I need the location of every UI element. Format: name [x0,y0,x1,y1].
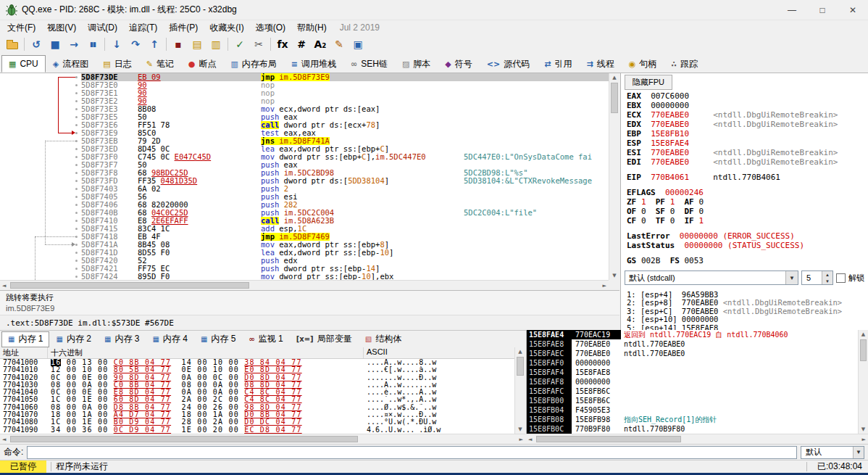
dump-row[interactable]: 7704107018 00 1A 00 A4 D7 04 77 18 00 1A… [0,411,514,418]
stack-row[interactable]: 15E8FB0015E8FB6C [527,396,858,405]
bottom-tab-memory-5[interactable]: ▦内存 5 [194,331,242,347]
scissors-icon[interactable]: ✂ [249,36,268,53]
dump-horizontal-scrollbar[interactable]: ◄ ► [0,434,525,444]
register-ecx[interactable]: ECX 770EABE0 <ntdll.DbgUiRemoteBreakin> [627,110,867,120]
disasm-row[interactable]: 5D8F73FDFF35 0481D35Dpush dword ptr ds:[… [81,177,609,185]
bottom-tab-struct[interactable]: ▧结构体 [359,331,408,347]
unlock-checkbox-group[interactable]: 解锁 [836,273,864,284]
command-profile-select[interactable]: 默认 ▼ [801,446,864,459]
register-esi[interactable]: ESI 770EABE0 <ntdll.DbgUiRemoteBreakin> [627,148,867,157]
stop-icon[interactable]: ■ [46,36,64,53]
chevron-down-icon[interactable]: ▼ [785,271,798,284]
stack-vertical-scrollbar[interactable]: ▲ ▼ [858,330,868,434]
argument-row[interactable]: 5: [esp+14] 15E8FAE8 [627,324,867,330]
stack-row[interactable]: 15E8FAEC770EABE0ntdll.770EABE0 [527,349,858,358]
disasm-row[interactable]: 5D8F741A8B45 08mov eax,dword ptr ss:[ebp… [81,241,609,249]
dump-row[interactable]: 7704100016 00 13 00 C0 8B 04 77 14 00 10… [0,359,514,366]
dump-vertical-scrollbar[interactable]: ▲ ▼ [514,347,525,434]
disasm-row[interactable]: 5D8F740B68 04C0C25Dpush im.5DC2C0045DC2C… [81,209,609,217]
stack-row[interactable]: 15E8FAF415E8FAE8 [527,368,858,377]
menu-item-2[interactable]: 调试(D) [82,20,123,36]
dump-row[interactable]: 770410200C 00 0E 00 90 8D 04 77 0A 00 0C… [0,374,514,381]
stack-row[interactable]: 15E8FB0815E8FB98指向SEH_Record[1]的指针 [527,415,858,424]
stack-horizontal-scrollbar[interactable]: ◄ ► [526,434,868,444]
register-edx[interactable]: EDX 770EABE0 <ntdll.DbgUiRemoteBreakin> [627,120,867,129]
flags-row[interactable]: CF 0 TF 0 IF 1 [627,216,867,226]
fx-icon[interactable]: fx [273,36,292,53]
check-icon[interactable]: ✓ [230,36,249,53]
argument-count-stepper[interactable]: 5 ▲▼ [801,270,833,285]
unlock-checkbox[interactable] [836,273,846,283]
stack-row[interactable]: 15E8FAE8770EABE0ntdll.770EABE0 [527,339,858,349]
tab-script[interactable]: ▨脚本 [395,55,438,73]
animate-icon[interactable]: ▪ [169,36,188,53]
dump-row[interactable]: 770410501C 00 1E 00 60 8D 04 77 2A 00 2C… [0,396,514,403]
disassembly-horizontal-scrollbar[interactable]: ◄ ► [0,280,609,290]
disasm-row[interactable]: 5D8F73E550push eax [81,113,609,121]
stack-row[interactable]: 15E8FB04F45905E3 [527,405,858,415]
step-into-icon[interactable]: ↓ [107,36,126,53]
calling-convention-select[interactable]: 默认 (stdcall) ▼ [625,270,798,285]
disasm-row[interactable]: 5D8F73F868 98BDC25Dpush im.5DC2BD985DC2B… [81,169,609,177]
trace-log-icon[interactable]: ▤ [188,36,206,53]
tab-seh[interactable]: ∞SEH链 [343,55,395,73]
brush-icon[interactable]: ✎ [330,36,349,53]
disasm-row[interactable]: 5D8F741583C4 1Cadd esp,1C [81,225,609,233]
disasm-row[interactable]: 5D8F73E190nop [81,89,609,97]
hash-icon[interactable]: # [292,36,311,53]
stack-row[interactable]: 15E8FAF800000000 [527,377,858,387]
disasm-row[interactable]: 5D8F73E090nop [81,81,609,89]
minimize-button[interactable]: — [777,0,807,20]
hide-fpu-button[interactable]: 隐藏FPU [625,75,672,90]
flags-row[interactable]: GS 002B FS 0053 [627,256,867,265]
disasm-row[interactable]: 5D8F742052push edx [81,257,609,265]
snapshot-icon[interactable]: ▥ [206,36,225,53]
register-ebx[interactable]: EBX 00000000 [627,101,867,110]
disasm-row[interactable]: 5D8F73F750push eax [81,161,609,169]
tab-symbols[interactable]: ◆符号 [438,55,479,73]
dump-row[interactable]: 7704101012 00 10 00 80 5B 04 77 0E 00 10… [0,366,514,373]
stack-panel[interactable]: 15E8FAE4770EAC19返回到 ntdll.770EAC19 自 ntd… [526,330,858,434]
argument-row[interactable]: 1: [esp+4] 96A59BB3 [627,291,867,299]
disassembly-panel[interactable]: 5D8F73DEEB 09jmp im.5D8F73E95D8F73E090no… [0,73,609,280]
bottom-tab-memory-3[interactable]: ▦内存 3 [98,331,146,347]
tab-memory-map[interactable]: ▥内存布局 [223,55,283,73]
monitor-icon[interactable]: ▣ [349,36,367,53]
disasm-row[interactable]: 5D8F73DEEB 09jmp im.5D8F73E9 [81,73,609,81]
run-to-return-icon[interactable]: ↑ [145,36,164,53]
disasm-row[interactable]: 5D8F73F0C745 0C E047C45Dmov dword ptr ss… [81,153,609,161]
menu-item-4[interactable]: 插件(P) [163,20,204,36]
register-esp[interactable]: ESP 15E8FAE4 [627,139,867,148]
chevron-down-icon[interactable]: ▼ [853,447,864,458]
dump-row[interactable]: 7704106008 00 0A 00 D8 8B 04 77 24 00 26… [0,404,514,411]
register-laststatus[interactable]: LastStatus 00000000 (STATUS_SUCCESS) [627,241,867,250]
bottom-tab-memory-2[interactable]: ▦内存 2 [49,331,97,347]
disasm-row[interactable]: 5D8F73EB79 2Djns im.5D8F741A [81,137,609,145]
step-over-icon[interactable]: ↷ [126,36,145,53]
disasm-row[interactable]: 5D8F7418EB 4Fjmp im.5D8F7469 [81,233,609,241]
dump-row[interactable]: 7704109034 00 36 00 0C D9 04 77 1E 00 20… [0,426,514,434]
menu-item-6[interactable]: 选项(O) [250,20,291,36]
disasm-row[interactable]: 5D8F73E290nop [81,97,609,105]
disasm-row[interactable]: 5D8F7410E8 2E6EFAFFcall im.5D8A623B [81,217,609,225]
run-icon[interactable]: → [64,36,83,53]
bottom-tab-memory-1[interactable]: ▦内存 1 [1,331,49,347]
dump-row[interactable]: 770410801C 00 1E 00 B0 D9 04 77 28 00 2A… [0,418,514,426]
bottom-tab-watch[interactable]: ∞监视 1 [242,331,289,347]
tab-trace[interactable]: ∴跟踪 [664,55,705,73]
argument-row[interactable]: 2: [esp+8] 770EABE0 <ntdll.DbgUiRemoteBr… [627,299,867,307]
stack-row[interactable]: 15E8FAE4770EAC19返回到 ntdll.770EAC19 自 ntd… [527,330,858,339]
disasm-row[interactable]: 5D8F7424895D F0mov dword ptr ss:[ebp-10]… [81,273,609,280]
disasm-row[interactable]: 5D8F741D8D55 F0lea edx,dword ptr ss:[ebp… [81,249,609,257]
register-ebp[interactable]: EBP 15E8FB10 [627,129,867,139]
stack-row[interactable]: 15E8FAFC15E8FB6C [527,387,858,396]
menu-item-3[interactable]: 追踪(T) [123,20,163,36]
flags-row[interactable]: OF 0 SF 0 DF 0 [627,207,867,216]
argument-row[interactable]: 4: [esp+10] 00000000 [627,315,867,323]
maximize-button[interactable]: □ [807,0,838,20]
register-eip[interactable]: EIP 770B4061 ntdll.770B4061 [627,173,867,182]
tab-threads[interactable]: ⇉线程 [579,55,621,73]
menu-item-1[interactable]: 视图(V) [41,20,82,36]
tab-breakpoints[interactable]: ●断点 [181,55,224,73]
disasm-row[interactable]: 5D8F73E985C0test eax,eax [81,129,609,137]
